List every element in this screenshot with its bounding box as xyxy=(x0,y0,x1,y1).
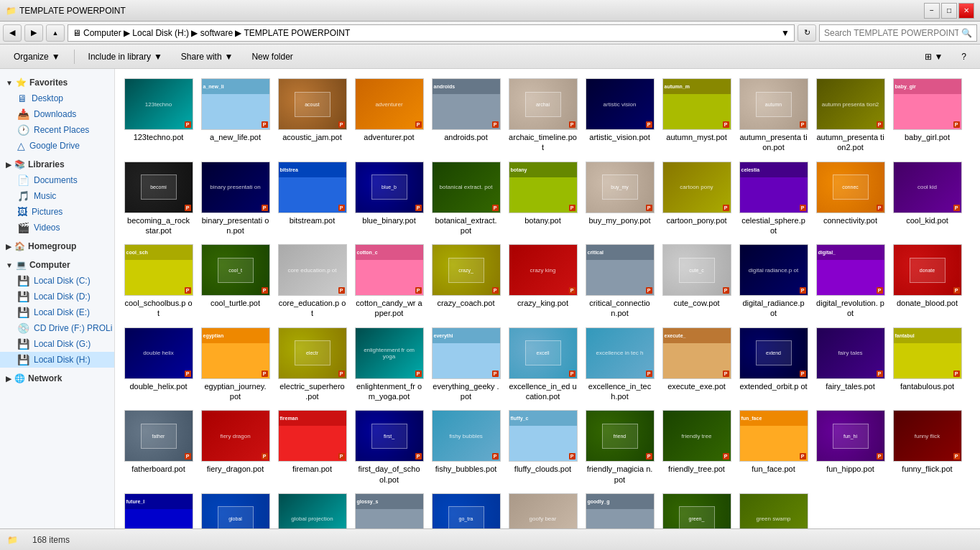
list-item[interactable]: becomi P becoming_a_rock star.pot xyxy=(121,158,196,240)
list-item[interactable]: fairy tales P fairy_tales.pot xyxy=(813,324,888,406)
list-item[interactable]: global projection P global_projection.po… xyxy=(274,490,350,528)
sidebar-item-local-h[interactable]: 💾 Local Disk (H:) xyxy=(0,352,114,368)
search-box[interactable]: 🔍 xyxy=(819,24,977,42)
list-item[interactable]: binary presentati on P binary_presentati… xyxy=(198,158,273,240)
list-item[interactable]: blue_b P blue_binary.pot xyxy=(351,158,427,240)
list-item[interactable]: friend P friendly_magicia n.pot xyxy=(582,406,657,488)
sidebar-item-googledrive[interactable]: △ Google Drive xyxy=(0,138,114,154)
list-item[interactable]: donate P donate_blood.pot xyxy=(889,241,965,322)
list-item[interactable]: global P global_ecosystem.pot xyxy=(198,490,273,528)
list-item[interactable]: botany P botany.pot xyxy=(505,158,581,240)
computer-header[interactable]: ▼ 💻 Computer xyxy=(0,257,114,273)
favorites-header[interactable]: ▼ ⭐ Favorites xyxy=(0,75,114,90)
sidebar-item-cd-drive[interactable]: 💿 CD Drive (F:) PROLi xyxy=(0,320,114,336)
list-item[interactable]: egyptian P egyptian_journey. pot xyxy=(198,324,273,406)
list-item[interactable]: fishy bubbles P fishy_bubbles.pot xyxy=(428,406,504,488)
organize-button[interactable]: Organize ▼ xyxy=(6,47,68,66)
list-item[interactable]: double helix P double_helix.pot xyxy=(121,324,196,406)
sidebar-item-desktop[interactable]: 🖥 Desktop xyxy=(0,90,114,106)
list-item[interactable]: bitstrea P bitstream.pot xyxy=(274,158,350,240)
list-item[interactable]: cotton_c P cotton_candy_wr apper.pot xyxy=(351,241,427,322)
refresh-button[interactable]: ↻ xyxy=(798,24,816,42)
dropdown-arrow[interactable]: ▼ xyxy=(781,28,790,38)
list-item[interactable]: cool_t P cool_turtle.pot xyxy=(198,241,273,322)
list-item[interactable]: fun_hi P fun_hippo.pot xyxy=(813,406,888,488)
maximize-button[interactable]: □ xyxy=(941,3,957,19)
list-item[interactable]: a_new_li P a_new_life.pot xyxy=(198,75,273,157)
list-item[interactable]: goofy bear P goofy_bear.pot xyxy=(505,490,581,528)
list-item[interactable]: cool_sch P cool_schoolbus.p ot xyxy=(121,241,196,322)
list-item[interactable]: future_l P future_learning.pot xyxy=(121,490,196,528)
up-button[interactable]: ▲ xyxy=(46,24,65,42)
list-item[interactable]: celestia P celestial_sphere.p ot xyxy=(736,158,811,240)
list-item[interactable]: digital radiance.p ot P digital_radiance… xyxy=(736,241,811,322)
list-item[interactable]: father P fatherboard.pot xyxy=(121,406,196,488)
list-item[interactable]: excellence in tec h P excellence_in_tec … xyxy=(582,324,657,406)
list-item[interactable]: fantabul P fantabulous.pot xyxy=(889,324,965,406)
sidebar-item-music[interactable]: 🎵 Music xyxy=(0,188,114,204)
list-item[interactable]: autumn_m P autumn_myst.pot xyxy=(659,75,734,157)
list-item[interactable]: baby_gir P baby_girl.pot xyxy=(889,75,965,157)
list-item[interactable]: adventurer P adventurer.pot xyxy=(351,75,427,157)
list-item[interactable]: enlightenment fr om yoga P enlightenment… xyxy=(351,324,427,406)
list-item[interactable]: digital_ P digital_revolution. pot xyxy=(813,241,888,322)
list-item[interactable]: fluffy_c P fluffy_clouds.pot xyxy=(505,406,581,488)
sidebar-item-local-c[interactable]: 💾 Local Disk (C:) xyxy=(0,273,114,289)
list-item[interactable]: execute_ P execute_exe.pot xyxy=(659,324,734,406)
forward-button[interactable]: ▶ xyxy=(24,24,43,42)
include-library-button[interactable]: Include in library ▼ xyxy=(80,47,170,66)
sidebar-item-recent[interactable]: 🕐 Recent Places xyxy=(0,122,114,138)
list-item[interactable]: connec P connectivity.pot xyxy=(813,158,888,240)
list-item[interactable]: first_ P first_day_of_scho ol.pot xyxy=(351,406,427,488)
list-item[interactable]: crazy_ P crazy_coach.pot xyxy=(428,241,504,322)
sidebar-item-local-d[interactable]: 💾 Local Disk (D:) xyxy=(0,289,114,304)
list-item[interactable]: autumn presenta tion2 P autumn_presenta … xyxy=(813,75,888,157)
sidebar-item-local-e[interactable]: 💾 Local Disk (E:) xyxy=(0,304,114,320)
list-item[interactable]: green swamp P green_swamp.pot xyxy=(736,490,811,528)
list-item[interactable]: go_tra P go_transporter.pot xyxy=(428,490,504,528)
list-item[interactable]: cartoon pony P cartoon_pony.pot xyxy=(659,158,734,240)
sidebar-item-videos[interactable]: 🎬 Videos xyxy=(0,220,114,236)
sidebar-item-pictures[interactable]: 🖼 Pictures xyxy=(0,204,114,220)
network-header[interactable]: ▶ 🌐 Network xyxy=(0,370,114,386)
help-button[interactable]: ? xyxy=(953,47,974,66)
libraries-header[interactable]: ▶ 📚 Libraries xyxy=(0,157,114,172)
list-item[interactable]: fun_face P fun_face.pot xyxy=(736,406,811,488)
list-item[interactable]: core education.p ot P core_education.p o… xyxy=(274,241,350,322)
list-item[interactable]: cool kid P cool_kid.pot xyxy=(889,158,965,240)
homegroup-header[interactable]: ▶ 🏠 Homegroup xyxy=(0,238,114,254)
list-item[interactable]: extend P extended_orbit.p ot xyxy=(736,324,811,406)
sidebar-item-downloads[interactable]: 📥 Downloads xyxy=(0,106,114,122)
share-button[interactable]: Share with ▼ xyxy=(173,47,241,66)
list-item[interactable]: autumn P autumn_presenta tion.pot xyxy=(736,75,811,157)
list-item[interactable]: critical P critical_connectio n.pot xyxy=(582,241,657,322)
list-item[interactable]: excell P excellence_in_ed ucation.pot xyxy=(505,324,581,406)
close-button[interactable]: ✕ xyxy=(958,3,974,19)
list-item[interactable]: acoust P acoustic_jam.pot xyxy=(274,75,350,157)
list-item[interactable]: fiery dragon P fiery_dragon.pot xyxy=(198,406,273,488)
list-item[interactable]: archai P archaic_timeline.pot xyxy=(505,75,581,157)
sidebar-item-local-g[interactable]: 💾 Local Disk (G:) xyxy=(0,336,114,352)
sidebar-item-documents[interactable]: 📄 Documents xyxy=(0,172,114,188)
list-item[interactable]: botanical extract. pot P botanical_extra… xyxy=(428,158,504,240)
back-button[interactable]: ◀ xyxy=(3,24,22,42)
list-item[interactable]: crazy king P crazy_king.pot xyxy=(505,241,581,322)
list-item[interactable]: green_ P green_earth.pot xyxy=(659,490,734,528)
minimize-button[interactable]: − xyxy=(924,3,940,19)
new-folder-button[interactable]: New folder xyxy=(244,47,300,66)
list-item[interactable]: everythi P everything_geeky .pot xyxy=(428,324,504,406)
list-item[interactable]: friendly tree P friendly_tree.pot xyxy=(659,406,734,488)
list-item[interactable]: funny flick P funny_flick.pot xyxy=(889,406,965,488)
list-item[interactable]: glossy_s P glossy_slide.pot xyxy=(351,490,427,528)
list-item[interactable]: cute_c P cute_cow.pot xyxy=(659,241,734,322)
list-item[interactable]: goodly_g P goodly_geese.pot xyxy=(582,490,657,528)
list-item[interactable]: electr P electric_superhero .pot xyxy=(274,324,350,406)
search-input[interactable] xyxy=(824,28,958,38)
list-item[interactable]: buy_my P buy_my_pony.pot xyxy=(582,158,657,240)
list-item[interactable]: artistic vision P artistic_vision.pot xyxy=(582,75,657,157)
list-item[interactable]: fireman P fireman.pot xyxy=(274,406,350,488)
list-item[interactable]: 123techno P 123techno.pot xyxy=(121,75,196,157)
views-button[interactable]: ⊞ ▼ xyxy=(917,47,951,66)
address-box[interactable]: 🖥 Computer ▶ Local Disk (H:) ▶ software … xyxy=(68,24,795,42)
list-item[interactable]: androids P androids.pot xyxy=(428,75,504,157)
